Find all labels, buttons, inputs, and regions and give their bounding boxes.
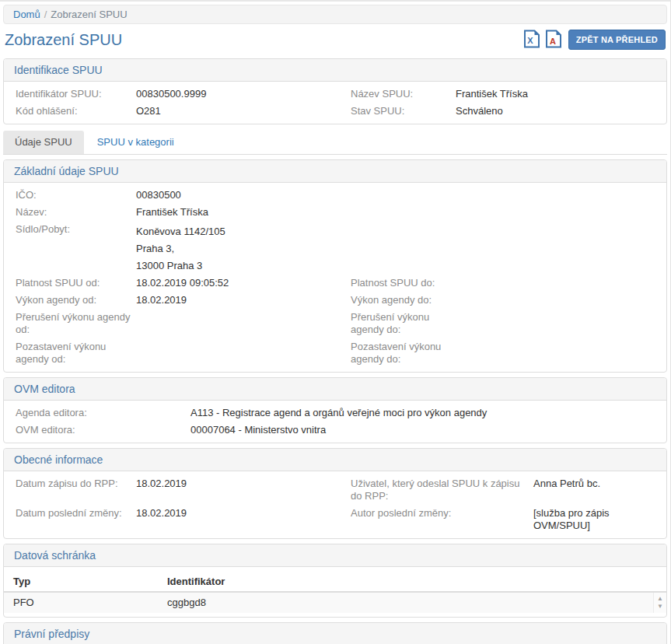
field-label: Název: xyxy=(16,206,136,219)
field-label: Datum poslední změny: xyxy=(16,507,136,532)
field-value: 18.02.2019 xyxy=(136,478,187,502)
back-to-overview-button[interactable]: ZPĚT NA PŘEHLED xyxy=(568,30,666,50)
field-label: IČO: xyxy=(16,189,136,201)
field-label: Sídlo/Pobyt: xyxy=(16,223,136,275)
field-value: Schváleno xyxy=(456,105,503,117)
page-title: Zobrazení SPUU xyxy=(5,31,122,49)
field-row: IČO:00830500 xyxy=(4,187,666,204)
section-datova-schranka: Datová schránka Typ Identifikátor PFO cg… xyxy=(3,544,667,618)
title-row: Zobrazení SPUU X A xyxy=(5,29,666,51)
cell-identifikator: cggbgd8 xyxy=(167,597,666,609)
section-body-ovm: Agenda editora:A113 - Registrace agend a… xyxy=(4,401,666,443)
breadcrumb-separator: / xyxy=(40,9,51,20)
address-line: 13000 Praha 3 xyxy=(136,257,225,275)
tab-udaje-spuu[interactable]: Údaje SPUU xyxy=(3,131,84,154)
field-value: František Tříska xyxy=(456,88,528,100)
field-row: Výkon agendy od:18.02.2019 Výkon agendy … xyxy=(4,292,666,309)
field-value: Anna Petrů bc. xyxy=(533,478,600,502)
field-row: Přerušení výkonu agendy od: Přerušení vý… xyxy=(4,309,666,338)
page-container: Domů/Zobrazení SPUU Zobrazení SPUU X xyxy=(0,2,670,644)
section-body-obecne: Datum zápisu do RPP:18.02.2019 Uživatel,… xyxy=(4,471,666,538)
section-title-datova-schranka: Datová schránka xyxy=(4,544,666,567)
section-body-zakladni: IČO:00830500 Název:František Tříska Sídl… xyxy=(4,183,666,372)
field-value: A113 - Registrace agend a orgánů veřejné… xyxy=(190,407,487,419)
field-row: Kód ohlášení:O281 Stav SPUU:Schváleno xyxy=(4,103,666,120)
field-label: Datum zápisu do RPP: xyxy=(16,478,136,502)
address-value: Koněvova 1142/105 Praha 3, 13000 Praha 3 xyxy=(136,223,225,275)
section-title-pravni-predpisy: Právní předpisy xyxy=(4,623,666,644)
field-label: Platnost SPUU do: xyxy=(351,277,456,289)
field-value: František Tříska xyxy=(136,206,208,219)
field-value: 00830500.9999 xyxy=(136,88,206,100)
field-label: OVM editora: xyxy=(16,424,190,436)
column-header-identifikator: Identifikátor xyxy=(167,576,666,587)
excel-file-icon: X xyxy=(523,30,540,51)
table-body: PFO cggbgd8 ▲ ▼ xyxy=(4,593,666,613)
section-pravni-predpisy: Právní předpisy Číslo Rok vydání Název Ú… xyxy=(3,622,667,644)
header-actions: X A ZPĚT NA PŘEHLED xyxy=(522,30,666,50)
field-value: O281 xyxy=(136,105,161,117)
field-value: 18.02.2019 xyxy=(136,294,187,306)
field-value: 00007064 - Ministerstvo vnitra xyxy=(190,424,326,436)
field-label: Stav SPUU: xyxy=(351,105,456,117)
breadcrumb: Domů/Zobrazení SPUU xyxy=(3,5,667,24)
section-identifikace-spuu: Identifikace SPUU Identifikátor SPUU:008… xyxy=(3,58,667,124)
section-ovm-editora: OVM editora Agenda editora:A113 - Regist… xyxy=(3,377,667,443)
field-value: 18.02.2019 09:05:52 xyxy=(136,277,229,289)
table-header-row: Typ Identifikátor xyxy=(4,571,666,593)
field-label: Pozastavení výkonu agendy do: xyxy=(351,341,456,366)
field-label: Pozastavení výkonu agendy od: xyxy=(16,341,136,366)
section-title-zakladni: Základní údaje SPUU xyxy=(4,160,666,183)
field-label: Výkon agendy do: xyxy=(351,294,456,306)
field-value: 00830500 xyxy=(136,189,181,201)
field-row: Název:František Tříska xyxy=(4,204,666,221)
section-body-identifikace: Identifikátor SPUU:00830500.9999 Název S… xyxy=(4,82,666,124)
tab-bar: Údaje SPUU SPUU v kategorii xyxy=(3,131,667,155)
pdf-file-icon: A xyxy=(545,30,562,51)
tab-spuu-v-kategorii[interactable]: SPUU v kategorii xyxy=(86,131,186,154)
field-row: Platnost SPUU od:18.02.2019 09:05:52 Pla… xyxy=(4,275,666,292)
section-title-obecne: Obecné informace xyxy=(4,449,666,471)
field-label: Přerušení výkonu agendy od: xyxy=(16,311,136,336)
field-label: Autor poslední změny: xyxy=(351,507,533,532)
field-label: Platnost SPUU od: xyxy=(16,277,136,289)
address-line: Koněvova 1142/105 xyxy=(136,223,225,240)
field-label: Kód ohlášení: xyxy=(16,105,136,117)
field-row-address: Sídlo/Pobyt: Koněvova 1142/105 Praha 3, … xyxy=(4,221,666,275)
field-value: 18.02.2019 xyxy=(136,507,187,532)
vertical-scrollbar[interactable]: ▲ ▼ xyxy=(653,593,666,613)
scroll-down-icon[interactable]: ▼ xyxy=(654,603,666,611)
excel-export-button[interactable]: X xyxy=(522,30,541,49)
address-line: Praha 3, xyxy=(136,240,225,257)
section-title-identifikace: Identifikace SPUU xyxy=(4,59,666,82)
field-label: Výkon agendy od: xyxy=(16,294,136,306)
cell-typ: PFO xyxy=(4,597,167,609)
field-label: Agenda editora: xyxy=(16,407,190,419)
breadcrumb-current: Zobrazení SPUU xyxy=(51,9,127,20)
field-row: Pozastavení výkonu agendy od: Pozastaven… xyxy=(4,338,666,368)
breadcrumb-link-home[interactable]: Domů xyxy=(13,9,40,20)
scroll-up-icon[interactable]: ▲ xyxy=(654,595,666,603)
section-zakladni-udaje: Základní údaje SPUU IČO:00830500 Název:F… xyxy=(3,159,667,373)
section-title-ovm: OVM editora xyxy=(4,378,666,401)
pdf-export-button[interactable]: A xyxy=(544,30,563,49)
field-row: Identifikátor SPUU:00830500.9999 Název S… xyxy=(4,86,666,103)
column-header-typ: Typ xyxy=(4,576,167,587)
field-label: Identifikátor SPUU: xyxy=(16,88,136,100)
field-row: Datum zápisu do RPP:18.02.2019 Uživatel,… xyxy=(4,475,666,505)
field-label: Název SPUU: xyxy=(351,88,456,100)
section-body-datova-schranka: Typ Identifikátor PFO cggbgd8 ▲ ▼ xyxy=(4,567,666,617)
field-row: Datum poslední změny:18.02.2019 Autor po… xyxy=(4,505,666,534)
svg-text:X: X xyxy=(527,36,533,45)
svg-text:A: A xyxy=(550,36,556,45)
table-row: PFO cggbgd8 xyxy=(4,593,666,613)
field-label: Přerušení výkonu agendy do: xyxy=(351,311,456,336)
field-row: Agenda editora:A113 - Registrace agend a… xyxy=(4,404,666,422)
section-obecne-informace: Obecné informace Datum zápisu do RPP:18.… xyxy=(3,448,667,539)
field-label: Uživatel, který odeslal SPUU k zápisu do… xyxy=(351,478,533,502)
field-row: OVM editora:00007064 - Ministerstvo vnit… xyxy=(4,422,666,439)
field-value: [služba pro zápis OVM/SPUU] xyxy=(533,507,666,532)
